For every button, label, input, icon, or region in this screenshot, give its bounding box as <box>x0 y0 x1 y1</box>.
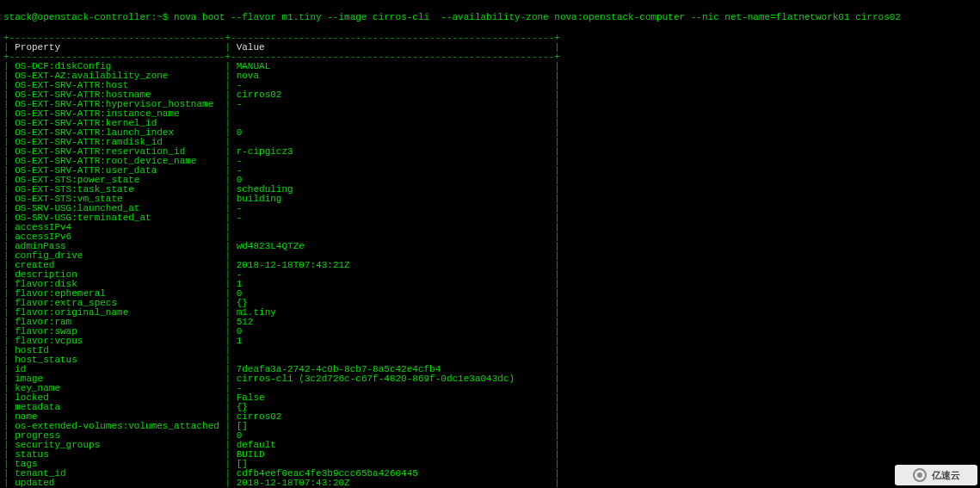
watermark-text: 亿速云 <box>932 471 960 480</box>
cloud-icon <box>913 468 927 482</box>
command-prompt[interactable]: stack@openstack-controller:~$ nova boot … <box>3 13 980 22</box>
nova-boot-table: +--------------------------------------+… <box>3 34 980 488</box>
watermark-logo: 亿速云 <box>895 465 977 485</box>
terminal-output: stack@openstack-controller:~$ nova boot … <box>0 0 980 488</box>
